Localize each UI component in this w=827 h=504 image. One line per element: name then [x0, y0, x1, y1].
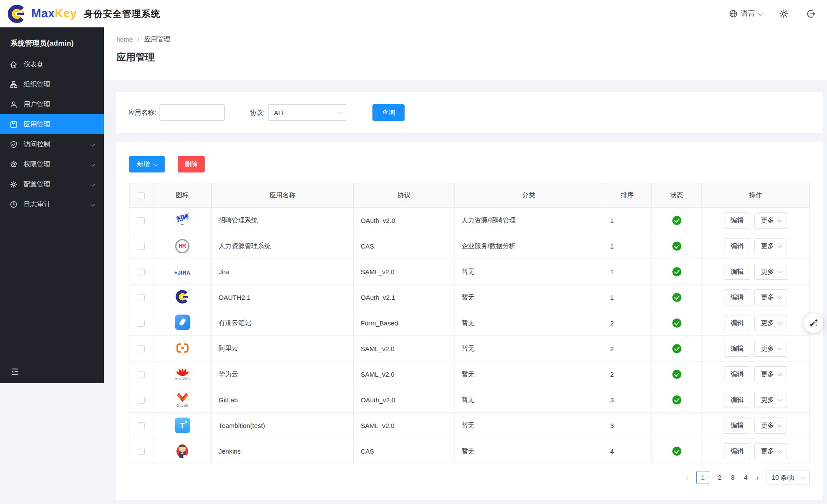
edit-button[interactable]: 编辑	[724, 212, 750, 229]
chevron-right-icon[interactable]: ›	[756, 474, 759, 481]
row-checkbox[interactable]	[138, 217, 145, 224]
language-switcher[interactable]: 语言	[729, 9, 761, 18]
check-circle-icon	[672, 293, 681, 302]
maxkey-logo-icon	[7, 4, 27, 24]
pagination-pages: 1234	[696, 471, 748, 484]
check-circle-icon	[672, 395, 681, 405]
sidebar-item-label: 用户管理	[23, 100, 50, 109]
chevron-down-icon	[337, 109, 342, 114]
row-checkbox[interactable]	[138, 371, 145, 378]
sidebar-item-配置管理[interactable]: 配置管理	[0, 174, 104, 194]
app-sort: 3	[603, 387, 652, 413]
row-checkbox[interactable]	[138, 320, 145, 327]
sidebar-item-访问控制[interactable]: 访问控制	[0, 134, 104, 154]
edit-button[interactable]: 编辑	[724, 264, 750, 280]
chevron-down-icon	[91, 162, 95, 166]
app-category: 暂无	[455, 310, 603, 336]
aliyun-icon	[176, 342, 189, 354]
hr-icon: HR	[175, 239, 189, 253]
row-checkbox[interactable]	[138, 294, 145, 301]
row-checkbox[interactable]	[138, 397, 145, 404]
table-row: 招聘←招聘管理系统OAuth_v2.0人力资源/招聘管理1编辑更多	[130, 208, 810, 233]
row-actions: 编辑更多	[702, 208, 810, 233]
select-all-checkbox[interactable]	[138, 192, 145, 199]
sidebar-item-组织管理[interactable]: 组织管理	[0, 74, 104, 94]
edit-button[interactable]: 编辑	[724, 238, 750, 254]
more-button[interactable]: 更多	[754, 418, 787, 434]
delete-button[interactable]: 删除	[178, 156, 205, 172]
app-protocol: OAuth_v2.0	[354, 208, 455, 233]
check-circle-icon	[672, 447, 681, 456]
sidebar-item-权限管理[interactable]: 权限管理	[0, 154, 104, 174]
more-button[interactable]: 更多	[754, 341, 787, 357]
main-content: home / 应用管理 应用管理 应用名称: 协议: ALL 查询 新增 删除	[104, 27, 827, 504]
app-name: Jira	[212, 259, 354, 285]
chevron-left-icon[interactable]: ‹	[686, 474, 688, 481]
app-name: 阿里云	[212, 336, 354, 361]
logout-button[interactable]	[806, 9, 816, 19]
app-name: OAUTH2.1	[212, 285, 354, 310]
edit-button[interactable]: 编辑	[724, 315, 750, 331]
sidebar-menu: 仪表盘组织管理用户管理应用管理访问控制权限管理配置管理日志审计	[0, 54, 104, 214]
app-category: 暂无	[455, 259, 603, 285]
app-status	[652, 361, 702, 387]
sidebar-item-label: 组织管理	[23, 80, 50, 89]
more-button[interactable]: 更多	[754, 392, 787, 408]
sidebar-item-仪表盘[interactable]: 仪表盘	[0, 54, 104, 74]
brand-max: Max	[31, 7, 55, 20]
row-checkbox[interactable]	[138, 345, 145, 352]
sidebar-item-用户管理[interactable]: 用户管理	[0, 94, 104, 114]
column-header-status: 状态	[652, 183, 702, 208]
app-protocol: CAS	[354, 233, 455, 259]
sidebar-item-label: 权限管理	[23, 160, 50, 169]
row-checkbox[interactable]	[138, 448, 145, 455]
app-sort: 3	[603, 413, 652, 438]
settings-button[interactable]	[779, 9, 789, 19]
breadcrumb-home-link[interactable]: home	[116, 36, 133, 43]
page-button-current[interactable]: 1	[696, 471, 709, 484]
gitlab-icon: GitLab	[176, 392, 189, 408]
sidebar-item-应用管理[interactable]: 应用管理	[0, 114, 104, 134]
edit-button[interactable]: 编辑	[724, 341, 750, 357]
more-button[interactable]: 更多	[754, 315, 787, 331]
jira-icon: ◆JIRA	[174, 270, 190, 275]
protocol-select[interactable]: ALL	[268, 104, 346, 121]
magic-wand-button[interactable]	[804, 313, 823, 333]
edit-button[interactable]: 编辑	[724, 443, 750, 459]
menu-fold-icon	[10, 367, 20, 376]
sidebar-item-日志审计[interactable]: 日志审计	[0, 194, 104, 214]
edit-button[interactable]: 编辑	[724, 366, 750, 382]
search-button[interactable]: 查询	[372, 104, 405, 121]
row-checkbox[interactable]	[138, 422, 145, 429]
check-circle-icon	[672, 216, 681, 225]
add-button[interactable]: 新增	[129, 156, 165, 172]
more-button[interactable]: 更多	[754, 238, 787, 254]
app-name: Jenkins	[212, 438, 354, 464]
edit-button[interactable]: 编辑	[724, 392, 750, 408]
brand: MaxKey 身份安全管理系统	[7, 4, 160, 24]
edit-button[interactable]: 编辑	[724, 418, 750, 434]
row-checkbox[interactable]	[138, 269, 145, 275]
more-button[interactable]: 更多	[754, 264, 787, 280]
app-category: 暂无	[455, 336, 603, 361]
page-button[interactable]: 3	[730, 474, 735, 481]
more-button[interactable]: 更多	[754, 366, 787, 382]
page-size-select[interactable]: 10 条/页	[767, 471, 810, 484]
page-button[interactable]: 2	[717, 474, 722, 481]
gear-icon	[779, 9, 789, 19]
recruitment-icon: 招聘←	[174, 212, 191, 229]
apps-table: 图标 应用名称 协议 分类 排序 状态 操作 招聘←招聘管理系统OAuth_v2…	[129, 183, 810, 464]
sidebar: 系统管理员(admin) 仪表盘组织管理用户管理应用管理访问控制权限管理配置管理…	[0, 27, 104, 383]
more-button[interactable]: 更多	[754, 212, 787, 229]
page-button[interactable]: 4	[743, 474, 748, 481]
maxkey-icon	[175, 289, 190, 304]
app-status	[652, 285, 702, 310]
app-status	[652, 336, 702, 361]
more-button[interactable]: 更多	[754, 443, 787, 459]
table-row: HUAWEI华为云SAML_v2.0暂无2编辑更多	[130, 361, 810, 387]
row-checkbox[interactable]	[138, 243, 145, 250]
sidebar-collapse-button[interactable]	[10, 367, 20, 378]
edit-button[interactable]: 编辑	[724, 289, 750, 305]
app-name-input[interactable]	[159, 104, 225, 121]
more-button[interactable]: 更多	[754, 289, 787, 305]
